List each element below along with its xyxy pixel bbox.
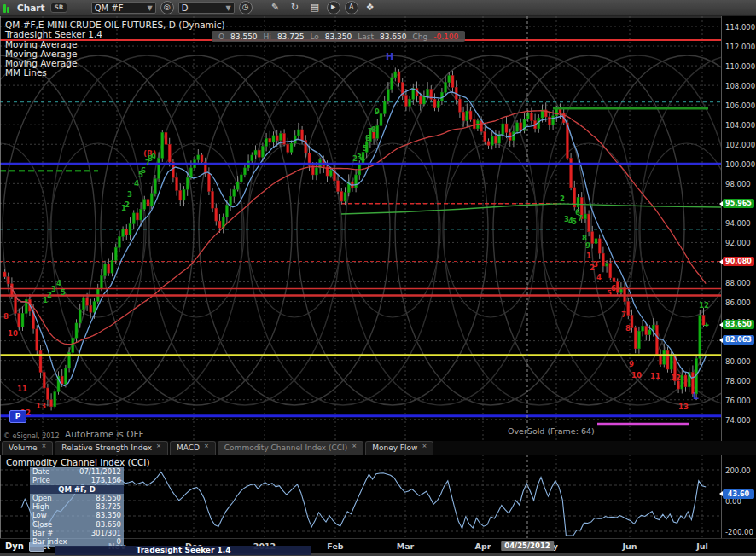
svg-text:5: 5: [61, 288, 66, 297]
tab-label: MACD: [177, 443, 200, 452]
tooltip-row: Date07/11/2012: [30, 467, 124, 476]
tab-volume[interactable]: Volume×: [2, 441, 53, 455]
tooltip-row: Close83.650: [30, 520, 124, 529]
last-value: 83.650: [380, 32, 407, 41]
svg-text:9: 9: [151, 153, 156, 161]
dyn-label: Dyn: [5, 542, 24, 551]
svg-text:9: 9: [375, 107, 380, 116]
ma-fast-line: [10, 89, 706, 386]
svg-text:10: 10: [631, 371, 642, 379]
tab-close-icon[interactable]: ×: [352, 443, 357, 449]
tooltip-row: High83.725: [30, 502, 124, 511]
svg-text:4: 4: [56, 279, 61, 287]
cci-title: Commodity Channel Index (CCI): [6, 457, 150, 467]
tab-close-icon[interactable]: ×: [422, 443, 427, 449]
price-tick: 110.000: [725, 62, 756, 71]
svg-text:8: 8: [371, 125, 376, 134]
interval-dropdown[interactable]: D▼: [178, 2, 235, 14]
tab-money-flow[interactable]: Money Flow×: [365, 441, 433, 455]
price-tick: 108.000: [725, 82, 756, 90]
time-tick: Jun: [622, 542, 637, 551]
svg-text:1: 1: [586, 252, 591, 260]
time-template-icon[interactable]: ◷: [239, 1, 253, 14]
svg-text:7: 7: [578, 214, 583, 223]
refresh-icon[interactable]: ↻: [288, 1, 303, 14]
pane-border: [0, 16, 1, 441]
chevron-down-icon: ▼: [226, 4, 231, 12]
svg-text:+: +: [703, 321, 709, 329]
symbol-dropdown[interactable]: QM #F▼: [91, 2, 156, 14]
open-value: 83.550: [230, 32, 258, 41]
tab-close-icon[interactable]: ×: [156, 443, 161, 449]
price-tick: 106.000: [725, 101, 756, 110]
cci-tick: 200.00: [725, 466, 756, 475]
svg-text:2: 2: [560, 194, 565, 203]
svg-text:4: 4: [360, 154, 365, 163]
tooltip-row: QM #F, D: [30, 485, 124, 494]
high-value: 83.725: [277, 32, 305, 41]
price-badge: 90.080: [723, 257, 754, 266]
price-chart[interactable]: HL(R)81011131212345123456789234567892345…: [0, 16, 721, 441]
cci-axis[interactable]: 200.000.00-200.0043.60: [721, 455, 756, 538]
app-logo-icon: [3, 0, 10, 16]
tooltip-study-header: Tradesight Seeker 1.4: [55, 546, 311, 555]
svg-text:3: 3: [593, 260, 598, 269]
play-icon[interactable]: ▶: [327, 1, 340, 14]
svg-text:9: 9: [629, 360, 634, 368]
svg-text:10: 10: [8, 329, 18, 338]
svg-text:7: 7: [621, 310, 626, 319]
chart-legend: QM #F,E-MINI CRUDE OIL FUTURES, D (Dynam…: [5, 20, 225, 78]
tab-close-icon[interactable]: ×: [41, 443, 46, 449]
time-tick: Mar: [397, 542, 415, 551]
tab-label: Volume: [9, 443, 37, 452]
tab-close-icon[interactable]: ×: [204, 443, 209, 449]
draw-pencil-icon[interactable]: ✎: [268, 1, 283, 14]
tab-commodity-channel-index-cci-[interactable]: Commodity Channel Index (CCI)×: [218, 441, 363, 455]
note-icon[interactable]: ▤: [307, 1, 323, 14]
study-tabs: Volume×Relative Strength Index×MACD×Comm…: [0, 441, 756, 455]
price-badge: 83.650: [723, 320, 754, 329]
svg-text:12: 12: [671, 374, 681, 382]
price-tick: 102.000: [725, 141, 756, 149]
pivot-p-badge: P: [9, 410, 26, 423]
toolbar: Chart SR QM #F▼ ◎ D▼ ◷ ✎ ↻ ▤ ▶ A ❖: [0, 0, 756, 16]
cci-line: [21, 472, 706, 536]
chart-link-badge[interactable]: SR: [50, 3, 67, 13]
cursor-date-badge: 04/25/2012: [501, 541, 554, 551]
svg-text:4: 4: [596, 273, 602, 281]
svg-text:12: 12: [699, 301, 709, 310]
price-pane[interactable]: HL(R)81011131212345123456789234567892345…: [0, 16, 756, 441]
symbol-lookup-icon[interactable]: ◎: [160, 1, 174, 14]
chart-window: Chart SR QM #F▼ ◎ D▼ ◷ ✎ ↻ ▤ ▶ A ❖ HL(R)…: [0, 0, 756, 556]
tooltip-row: Price175.166: [30, 476, 124, 484]
time-tick: Feb: [327, 542, 343, 551]
svg-text:8: 8: [3, 312, 9, 321]
svg-text:6: 6: [611, 284, 616, 292]
price-tick: 112.000: [725, 43, 756, 51]
chevron-down-icon: ▼: [148, 4, 153, 12]
svg-text:H: H: [386, 51, 393, 62]
change-value: -0.100: [433, 32, 458, 41]
tab-relative-strength-index[interactable]: Relative Strength Index×: [55, 441, 168, 455]
svg-text:11: 11: [650, 372, 660, 380]
price-tick: 86.000: [725, 298, 756, 307]
tab-label: Relative Strength Index: [61, 443, 152, 452]
price-tick: 76.000: [725, 397, 756, 405]
candles: [3, 67, 708, 410]
svg-text:5: 5: [572, 217, 577, 226]
quote-strip: O83.550 Hi83.725 Lo83.350 Last83.650 Chg…: [212, 31, 465, 42]
eraser-icon[interactable]: ❖: [363, 1, 378, 14]
tooltip-row: Low83.350: [30, 511, 124, 519]
price-tick: 94.000: [725, 219, 756, 228]
autoframe-status: AutoFrame is OFF: [65, 429, 144, 439]
price-tick: 114.000: [725, 23, 756, 32]
window-title: Chart: [17, 3, 44, 13]
time-tick: Apr: [475, 542, 491, 551]
gridlines: [0, 16, 721, 441]
tab-macd[interactable]: MACD×: [170, 441, 216, 455]
svg-text:13: 13: [678, 403, 689, 411]
copyright-label: © eSignal, 2012: [3, 432, 59, 440]
tooltip-row: Bar #301/301: [30, 529, 124, 537]
price-axis[interactable]: 114.000112.000110.000108.000106.000104.0…: [721, 16, 756, 441]
auto-icon[interactable]: A: [345, 1, 358, 14]
